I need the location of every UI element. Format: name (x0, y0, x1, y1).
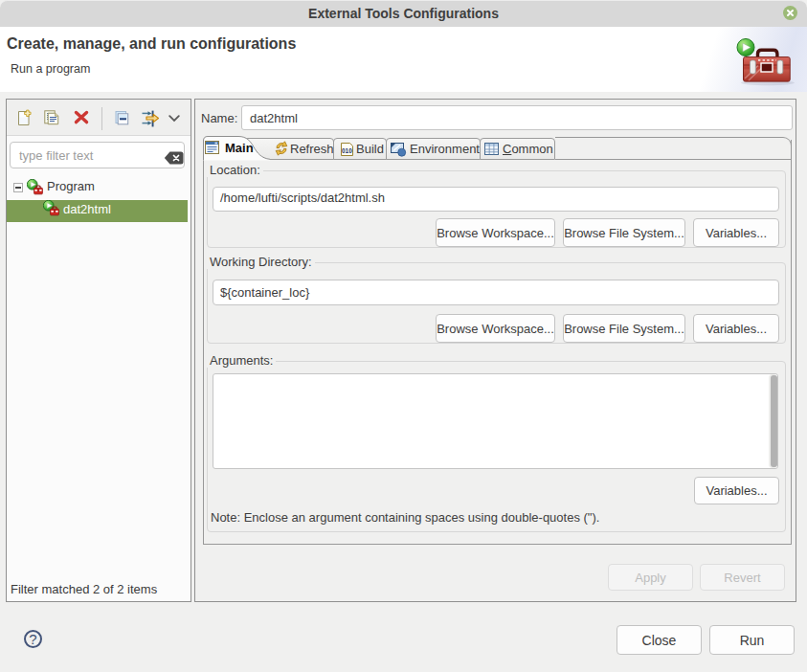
svg-text:010: 010 (342, 147, 352, 154)
